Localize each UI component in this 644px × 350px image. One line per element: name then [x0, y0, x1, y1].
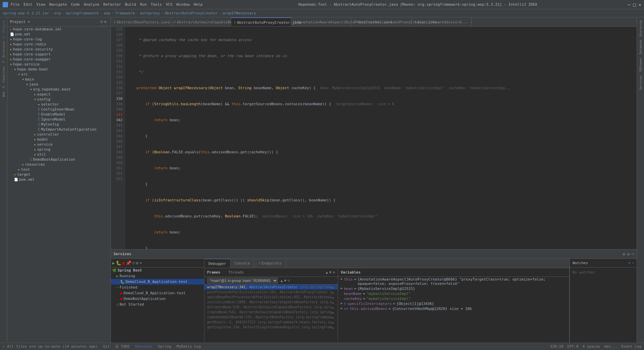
thread-nav-down[interactable]: ▼ [284, 279, 287, 283]
service-finished-group[interactable]: ✓ Finished [111, 285, 204, 290]
breadcrumb-jar[interactable]: spring-aop-5.3.21.jar [3, 11, 49, 15]
frame-item-1[interactable]: postProcessAfterInitialization:293, Abst… [204, 290, 338, 295]
menu-navigate[interactable]: Navigate [49, 2, 67, 7]
event-log[interactable]: Event Log [621, 344, 641, 349]
tree-item-target[interactable]: ▸ target [7, 172, 111, 177]
thread-filter[interactable]: ▽ [288, 279, 290, 283]
mybatis-tab[interactable]: MyBatis Log [177, 344, 201, 349]
tree-item-service[interactable]: ▸ service [7, 142, 111, 147]
menu-build[interactable]: Build [125, 2, 136, 7]
tree-item-core-support[interactable]: ▸ hope-core-support [7, 52, 111, 57]
menu-file[interactable]: File [11, 2, 20, 7]
add-icon[interactable]: + [139, 260, 142, 266]
tree-item-resources[interactable]: ▸ resources [7, 162, 111, 167]
frame-nav-down[interactable]: ▼ [329, 270, 332, 275]
tree-item-java[interactable]: ▾ java [7, 82, 111, 87]
tree-item-main[interactable]: ▾ main [7, 77, 111, 82]
menu-window[interactable]: Window [176, 2, 190, 7]
git-tab[interactable]: Git [103, 344, 110, 349]
menu-view[interactable]: View [36, 2, 45, 7]
tree-item-ignoremodel[interactable]: C IgnoreModel [7, 117, 111, 122]
tab-abstractautoproxy[interactable]: J AbstractAutoProxyCreator.java ✕ [231, 17, 291, 27]
service-running-group[interactable]: ▶ Running [111, 273, 204, 279]
tab-aspectjaware[interactable]: J AspectJAwareAdvisorA... ✕ [412, 17, 472, 27]
pin-icon[interactable]: 📌 [126, 260, 131, 266]
menu-code[interactable]: Code [71, 2, 80, 7]
favorites-icon[interactable]: 2: Favorites [1, 65, 6, 90]
tree-item-pom2[interactable]: 📄 pom.xml [7, 177, 111, 182]
tree-item-enablemodel[interactable]: C EnableModel [7, 112, 111, 117]
tree-item-spring[interactable]: ▸ spring [7, 147, 111, 152]
web-icon[interactable]: Web [1, 90, 6, 98]
breadcrumb-springframework[interactable]: springframework [65, 11, 99, 15]
thread-nav-up[interactable]: ▲ [281, 279, 283, 283]
tree-item-config[interactable]: ▾ config [7, 97, 111, 102]
debug-service-button[interactable]: 🐛 [116, 260, 121, 266]
services-right-icon[interactable]: Services [638, 74, 643, 91]
tab-annotationaware[interactable]: J AnnotationAwareAspectJAutoProxyCreator… [291, 17, 351, 27]
tree-item-aspect[interactable]: ▸ aspect [7, 92, 111, 97]
maximize-button[interactable]: □ [633, 2, 636, 7]
breadcrumb-autoproxy[interactable]: autoproxy [140, 11, 160, 15]
service-springboot[interactable]: 🌿 Spring Boot [111, 268, 204, 273]
tree-item-core-log[interactable]: ▸ hope-core-log [7, 37, 111, 42]
tab-debugger[interactable]: Debugger [204, 259, 230, 268]
menu-vcs[interactable]: VCS [166, 2, 172, 7]
tree-item-controller[interactable]: ▸ controller [7, 132, 111, 137]
frame-settings[interactable]: ⚙ [333, 270, 335, 275]
menu-edit[interactable]: Edit [24, 2, 33, 7]
tree-item-orghopehomiboot[interactable]: ▾ org.hopehomi.boot [7, 87, 111, 92]
structure-icon[interactable]: 2: Structure [1, 40, 6, 64]
tree-item-core-swagger[interactable]: ▸ hope-core-swagger [7, 57, 111, 62]
spring-tab[interactable]: Spring [158, 344, 171, 349]
tree-item-demoapplication[interactable]: C DemoBootApplication [7, 157, 111, 162]
service-demobootapp[interactable]: ■ DemoBootApplication [111, 296, 204, 302]
tab-abstractbeanfactory[interactable]: J AbstractBeanFactory.java ✕ [111, 17, 171, 27]
breadcrumb-aop[interactable]: aop [104, 11, 110, 15]
breadcrumb-framework[interactable]: framework [115, 11, 135, 15]
hierarchy-icon[interactable]: Hierarchy [638, 19, 643, 38]
tree-item-myconfig[interactable]: C MyConfig [7, 122, 111, 127]
tree-item-core-redis[interactable]: ▸ hope-core-redis [7, 42, 111, 47]
thread-selector[interactable]: *main*@1 in group 'main': RUNNING [207, 278, 278, 284]
tree-item-myimportauto[interactable]: C MyImportAutoConfiguration [7, 127, 111, 132]
tree-item-src[interactable]: ▾ src [7, 72, 111, 77]
tab-abstractautowire[interactable]: J AbstractAutowireCapableBeanFactory.jav… [171, 17, 231, 27]
frame-item-5[interactable]: createBean:542, AbstractAutowireCapableB… [204, 310, 338, 315]
tree-item-core-security[interactable]: ▸ hope-core-security [7, 47, 111, 52]
service-democloudb-active[interactable]: 🐛 DemoCloud_B_Application-test [111, 279, 204, 285]
tree-item-iml[interactable]: ▸ hope-core-database.iml [7, 27, 111, 32]
var-this[interactable]: ▶ this = {AnnotationAwareAspectJAutoProx… [338, 277, 569, 286]
todo-tab[interactable]: ☰ TODO [115, 344, 130, 349]
threads-tab[interactable]: Threads [228, 270, 244, 275]
filter-icon[interactable]: ▽ [132, 260, 135, 266]
breadcrumb-class[interactable]: AbstractAutoProxyCreator [165, 11, 218, 15]
breadcrumb-method[interactable]: wrapIfNecessary [223, 11, 256, 15]
frame-item-4[interactable]: doCreateBean:620, AbstractAutowireCapabl… [204, 305, 338, 310]
tree-item-selector[interactable]: ▸ selector [7, 102, 111, 107]
settings-icon[interactable]: ⚙ [104, 19, 107, 24]
menu-bar[interactable]: File Edit View Navigate Code Analyze Ref… [11, 2, 203, 7]
tab-close-button[interactable]: ✕ [470, 20, 472, 24]
window-controls[interactable]: ─ □ ✕ [628, 2, 641, 7]
indent[interactable]: 4 spaces [583, 344, 600, 349]
service-notstarted[interactable]: ○ Not Started [111, 302, 204, 307]
tree-item-pom[interactable]: 📄 pom.xml [7, 32, 111, 37]
tab-console[interactable]: Console [230, 259, 254, 268]
var-specificinterceptors[interactable]: ▶ ≡ specificInterceptors = {Object[1]@13… [338, 301, 569, 306]
frame-item-8[interactable]: getSingleton:234, DefaultSingletonBeanRe… [204, 325, 338, 330]
project-icon[interactable]: 1: Project [1, 19, 6, 39]
tab-endpoints[interactable]: ⚡Endpoints [254, 259, 286, 268]
run-service-button[interactable]: ▶ [112, 260, 115, 266]
menu-refactor[interactable]: Refactor [103, 2, 121, 7]
frame-item-7[interactable]: getObject:-1, 2042917213 (org.springfram… [204, 320, 338, 325]
code-content[interactable]: * @param cacheKey the cache key for meta… [125, 27, 637, 249]
var-cachekey[interactable]: ▶ cacheKey = "mybatisServiceImpl" [338, 296, 569, 301]
var-bean[interactable]: ▶ bean = {MybatisServiceImpl@12531} [338, 286, 569, 291]
menu-help[interactable]: Help [194, 2, 203, 7]
sqviewer-icon[interactable]: SQViewer [638, 56, 643, 73]
database-icon[interactable]: Database [638, 38, 643, 55]
close-button[interactable]: ✕ [639, 2, 641, 7]
branch[interactable]: dev... [604, 344, 618, 349]
add-watch-button[interactable]: + [628, 261, 631, 265]
